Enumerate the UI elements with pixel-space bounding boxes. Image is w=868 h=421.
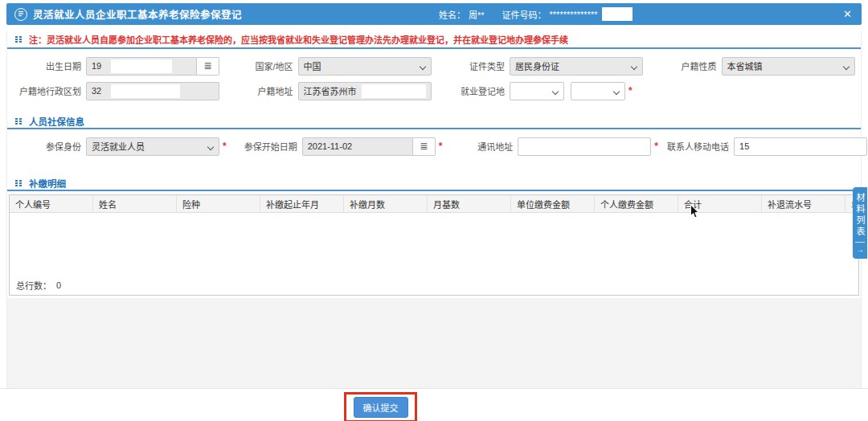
close-icon[interactable]: ✕ <box>843 3 852 25</box>
redaction-mask <box>111 84 180 98</box>
hukou-region-label: 户籍地行政区划 <box>10 84 81 97</box>
background-area <box>7 298 861 388</box>
page: 灵活就业人员企业职工基本养老保险参保登记 姓名： 周** 证件号码： *****… <box>0 0 868 421</box>
notice-bar: 注：灵活就业人员自愿参加企业职工基本养老保险的，应当按我省就业和失业登记管理办法… <box>7 31 861 49</box>
field-hukou-region: 户籍地行政区划 <box>10 81 223 100</box>
mobile-phone-label: 联系人移动电话 <box>658 140 729 153</box>
chevron-down-icon <box>613 88 620 94</box>
field-insured-identity: 参保身份 灵活就业人员 * <box>10 137 227 156</box>
field-employment-place: 就业登记地 * <box>434 81 646 100</box>
section-title: 补缴明细 <box>29 177 66 190</box>
field-empty <box>646 81 858 100</box>
section-social-info: 人员社保信息 <box>7 115 861 129</box>
calendar-icon[interactable]: ≣ <box>197 57 219 76</box>
table-footer: 总行数： 0 <box>10 276 858 295</box>
mobile-phone-input[interactable] <box>734 137 867 156</box>
redaction-mask <box>111 59 172 73</box>
table-empty-body <box>10 213 858 276</box>
id-label: 证件号码： <box>502 8 547 21</box>
country-label: 国家/地区 <box>223 59 293 72</box>
required-marker: * <box>628 85 633 96</box>
id-type-label: 证件类型 <box>434 59 505 72</box>
document-icon <box>14 8 27 21</box>
name-value: 周** <box>469 8 485 21</box>
section-marker-icon <box>15 36 22 43</box>
hukou-address-label: 户籍地址 <box>223 84 293 97</box>
insured-identity-select[interactable]: 灵活就业人员 <box>86 137 219 156</box>
insured-identity-label: 参保身份 <box>10 140 81 153</box>
column-header: 个人缴费金额 <box>595 195 678 212</box>
payment-detail-table: 个人编号姓名险种补缴起止年月补缴月数月基数单位缴费金额个人缴费金额合计补退流水号… <box>9 194 859 296</box>
redaction-mask <box>602 7 633 21</box>
basic-info-form: 出生日期 ≣ 国家/地区 中国 <box>7 49 861 105</box>
material-list-tab[interactable]: 材料列表 → <box>853 187 867 259</box>
chevron-down-icon <box>207 143 214 149</box>
section-marker-icon <box>15 180 22 186</box>
mouse-cursor <box>690 204 700 219</box>
notice-text: 注：灵活就业人员自愿参加企业职工基本养老保险的，应当按我省就业和失业登记管理办法… <box>29 33 568 46</box>
id-type-select[interactable]: 居民身份证 <box>510 57 643 76</box>
chevron-down-icon <box>552 88 559 94</box>
column-header: 姓名 <box>93 195 177 212</box>
start-date-label: 参保开始日期 <box>227 140 297 153</box>
column-header: 个人编号 <box>10 195 93 212</box>
column-header: 补退流水号 <box>762 195 845 212</box>
page-title: 灵活就业人员企业职工基本养老保险参保登记 <box>33 6 242 22</box>
total-rows-value: 0 <box>56 280 61 290</box>
total-rows-label: 总行数： <box>16 279 51 292</box>
column-header: 补缴起止年月 <box>260 195 344 212</box>
contact-address-label: 通讯地址 <box>442 140 513 153</box>
name-label: 姓名： <box>439 8 465 21</box>
field-hukou-address: 户籍地址 <box>223 81 435 100</box>
field-id-type: 证件类型 居民身份证 <box>434 56 646 76</box>
column-header: 月基数 <box>428 195 511 212</box>
chevron-down-icon <box>842 63 849 69</box>
section-title: 人员社保信息 <box>29 115 84 128</box>
column-header: 险种 <box>177 195 260 212</box>
hukou-type-label: 户籍性质 <box>646 59 717 72</box>
contact-address-input[interactable] <box>518 137 651 156</box>
window-titlebar: 灵活就业人员企业职工基本养老保险参保登记 姓名： 周** 证件号码： *****… <box>6 3 862 25</box>
field-country: 国家/地区 中国 <box>223 56 435 76</box>
material-list-label: 材料列表 <box>854 193 866 238</box>
employment-city-select[interactable] <box>571 82 625 100</box>
confirm-submit-button[interactable]: 确认提交 <box>354 397 408 418</box>
arrow-right-icon: → <box>855 242 865 254</box>
main-content: 注：灵活就业人员自愿参加企业职工基本养老保险的，应当按我省就业和失业登记管理办法… <box>6 31 862 388</box>
user-info: 姓名： 周** 证件号码： ************** <box>439 3 633 25</box>
id-value: ************** <box>550 10 598 19</box>
field-mobile-phone: 联系人移动电话 * <box>658 137 868 156</box>
hukou-type-select[interactable]: 本省城镇 <box>722 57 855 76</box>
field-birth-date: 出生日期 ≣ <box>10 56 223 76</box>
required-marker: * <box>223 141 227 152</box>
required-marker: * <box>654 141 658 152</box>
calendar-icon[interactable]: ≣ <box>413 137 436 156</box>
start-date-input[interactable] <box>302 137 413 156</box>
table-header-row: 个人编号姓名险种补缴起止年月补缴月数月基数单位缴费金额个人缴费金额合计补退流水号… <box>10 195 858 213</box>
employment-province-select[interactable] <box>510 82 564 100</box>
social-info-form: 参保身份 灵活就业人员 * 参保开始日期 ≣ * <box>7 129 861 161</box>
required-marker: * <box>439 141 443 152</box>
country-select[interactable]: 中国 <box>298 57 432 76</box>
section-payment-detail: 补缴明细 <box>7 177 861 191</box>
chevron-down-icon <box>419 63 425 69</box>
field-hukou-type: 户籍性质 本省城镇 <box>646 56 858 76</box>
field-contact-address: 通讯地址 * <box>442 137 658 156</box>
redaction-mask <box>362 84 426 98</box>
birth-date-label: 出生日期 <box>10 59 81 72</box>
section-marker-icon <box>15 118 22 125</box>
employment-place-label: 就业登记地 <box>434 84 505 97</box>
field-start-date: 参保开始日期 ≣ * <box>227 137 443 156</box>
column-header: 单位缴费金额 <box>511 195 595 212</box>
chevron-down-icon <box>631 63 637 69</box>
footer-bar: 确认提交 <box>0 388 868 421</box>
column-header: 补缴月数 <box>344 195 428 212</box>
annotation-highlight: 确认提交 <box>344 392 417 421</box>
